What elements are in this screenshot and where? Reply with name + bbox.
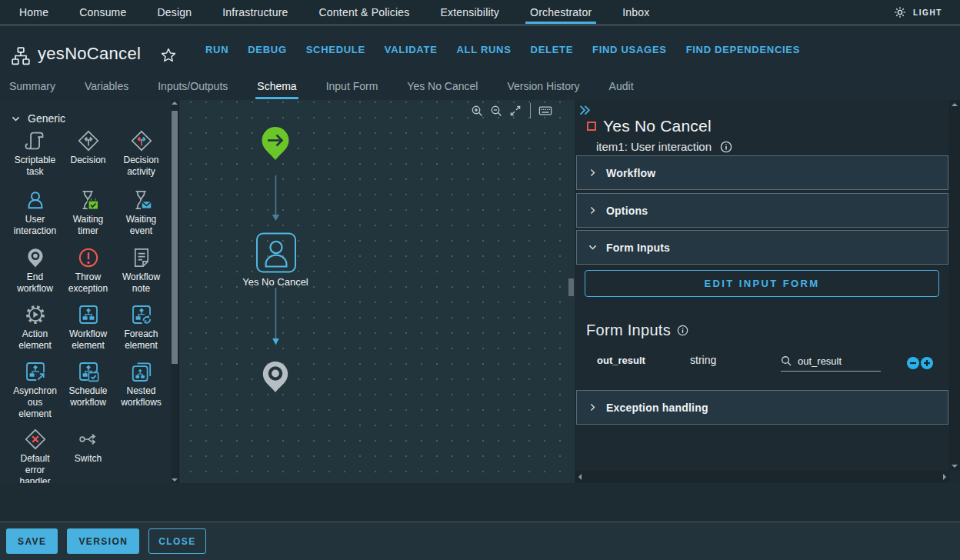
nav-item-content-policies[interactable]: Content & Policies [304, 0, 425, 25]
palette-item-scriptable-task[interactable]: Scriptable task [8, 129, 62, 188]
theme-toggle[interactable]: LIGHT [894, 0, 960, 25]
palette-item-workflow-element[interactable]: Workflow element [62, 303, 115, 360]
nav-item-consume[interactable]: Consume [64, 0, 142, 25]
decision-icon [77, 129, 100, 152]
palette-item-label: End workflow [12, 272, 58, 295]
find-usages-button[interactable]: FIND USAGES [592, 44, 667, 55]
tab-version-history[interactable]: Version History [505, 73, 581, 99]
palette-item-decision-activity[interactable]: Decision activity [115, 129, 168, 188]
accordion-workflow[interactable]: Workflow [576, 155, 948, 190]
workflow-icon [11, 46, 31, 66]
palette-item-asynchronous-element[interactable]: Asynchronous element [8, 360, 62, 428]
palette-grid: Scriptable task Decision Decision activi… [0, 129, 178, 483]
tab-yes-no-cancel[interactable]: Yes No Cancel [405, 73, 479, 99]
palette-item-label: Asynchronous element [12, 385, 58, 420]
waiting-timer-icon [77, 188, 100, 212]
scriptable-task-icon [24, 129, 47, 152]
palette-scrollbar[interactable] [171, 100, 178, 483]
default-error-handler-icon [24, 428, 47, 451]
palette-item-decision[interactable]: Decision [62, 129, 115, 188]
find-dependencies-button[interactable]: FIND DEPENDENCIES [686, 44, 800, 55]
tab-summary[interactable]: Summary [8, 73, 57, 99]
palette-item-nested-workflows[interactable]: Nested workflows [115, 360, 168, 428]
debug-button[interactable]: DEBUG [248, 44, 286, 55]
schedule-button[interactable]: SCHEDULE [306, 44, 365, 55]
form-input-row: out_result string out_result [575, 352, 948, 375]
workflow-actions: RUN DEBUG SCHEDULE VALIDATE ALL RUNS DEL… [205, 26, 800, 73]
schema-canvas[interactable]: Yes No Cancel [178, 100, 575, 483]
inspector-scroll-down-arrow[interactable] [952, 465, 958, 468]
palette-item-schedule-workflow[interactable]: Schedule workflow [62, 360, 115, 428]
run-button[interactable]: RUN [205, 44, 228, 55]
nav-item-infrastructure[interactable]: Infrastructure [207, 0, 303, 25]
star-icon[interactable] [161, 48, 176, 63]
accordion-form-inputs[interactable]: Form Inputs [576, 230, 948, 265]
palette-scroll-down-arrow[interactable] [172, 478, 178, 482]
double-chevron-right-icon[interactable] [578, 104, 591, 116]
inspector-scroll-left-arrow[interactable] [578, 474, 582, 480]
palette-item-waiting-timer[interactable]: Waiting timer [62, 188, 115, 246]
all-runs-button[interactable]: ALL RUNS [457, 44, 512, 55]
node-label[interactable]: Yes No Cancel [225, 276, 325, 288]
workflow-note-icon [130, 246, 153, 269]
inspector-scroll-up-arrow[interactable] [952, 103, 958, 106]
inspector-horizontal-scrollbar[interactable] [575, 471, 949, 483]
asynchronous-element-icon [24, 360, 47, 383]
palette-item-foreach-element[interactable]: Foreach element [115, 303, 168, 360]
palette-section-generic[interactable]: Generic [0, 100, 178, 125]
footer-gap [0, 483, 960, 522]
tab-variables[interactable]: Variables [83, 73, 130, 99]
tab-inputs-outputs[interactable]: Inputs/Outputs [156, 73, 229, 99]
validate-button[interactable]: VALIDATE [385, 44, 438, 55]
workflow-element-icon [77, 303, 100, 326]
palette-item-label: Waiting event [118, 214, 165, 237]
keyboard-icon[interactable] [538, 103, 553, 118]
inspector-scroll-right-arrow[interactable] [943, 474, 946, 480]
nav-item-extensibility[interactable]: Extensibility [425, 0, 515, 25]
close-button[interactable]: CLOSE [148, 528, 205, 554]
zoom-in-icon[interactable] [469, 103, 485, 118]
inspector-vertical-scrollbar[interactable] [949, 100, 960, 471]
add-input-button[interactable] [921, 357, 933, 369]
palette-item-workflow-note[interactable]: Workflow note [115, 246, 168, 303]
schedule-workflow-icon [77, 360, 100, 383]
workflow-tabs: Summary Variables Inputs/Outputs Schema … [0, 73, 960, 100]
tab-schema[interactable]: Schema [255, 73, 298, 99]
edit-input-form-button[interactable]: EDIT INPUT FORM [585, 270, 939, 297]
delete-button[interactable]: DELETE [531, 44, 573, 55]
palette-item-switch[interactable]: Switch [62, 428, 115, 483]
canvas-scrollbar-thumb[interactable] [568, 278, 574, 296]
palette-item-default-error-handler[interactable]: Default error handler [8, 428, 62, 483]
accordion-options[interactable]: Options [576, 193, 948, 228]
palette-scroll-up-arrow[interactable] [172, 102, 178, 105]
nav-item-orchestrator[interactable]: Orchestrator [515, 0, 607, 25]
accordion-exception-handling[interactable]: Exception handling [576, 390, 948, 425]
version-button[interactable]: VERSION [67, 528, 139, 554]
info-icon[interactable] [720, 141, 732, 153]
expand-icon[interactable] [508, 103, 523, 118]
chevron-right-icon [588, 205, 598, 215]
palette-scrollbar-thumb[interactable] [172, 111, 178, 364]
canvas-toolbar [469, 102, 553, 119]
remove-input-button[interactable] [907, 357, 919, 369]
form-input-value-field[interactable]: out_result [781, 352, 881, 372]
palette-item-label: Nested workflows [118, 385, 165, 408]
start-pin-icon [262, 127, 289, 160]
tab-audit[interactable]: Audit [608, 73, 635, 99]
save-button[interactable]: SAVE [6, 528, 58, 554]
palette-item-user-interaction[interactable]: User interaction [8, 188, 62, 246]
tab-input-form[interactable]: Input Form [325, 73, 380, 99]
nav-item-inbox[interactable]: Inbox [607, 0, 665, 25]
zoom-out-icon[interactable] [488, 103, 504, 118]
palette-item-waiting-event[interactable]: Waiting event [115, 188, 168, 246]
accordion-label: Exception handling [606, 402, 708, 414]
orchestrator-app: Home Consume Design Infrastructure Conte… [0, 0, 960, 560]
person-icon [266, 242, 287, 267]
nav-item-design[interactable]: Design [142, 0, 207, 25]
info-icon[interactable] [677, 325, 688, 336]
palette-item-throw-exception[interactable]: Throw exception [62, 246, 115, 303]
user-interaction-icon [24, 188, 47, 212]
palette-item-end-workflow[interactable]: End workflow [8, 246, 62, 303]
palette-item-action-element[interactable]: Action element [8, 303, 62, 360]
nav-item-home[interactable]: Home [4, 0, 64, 25]
